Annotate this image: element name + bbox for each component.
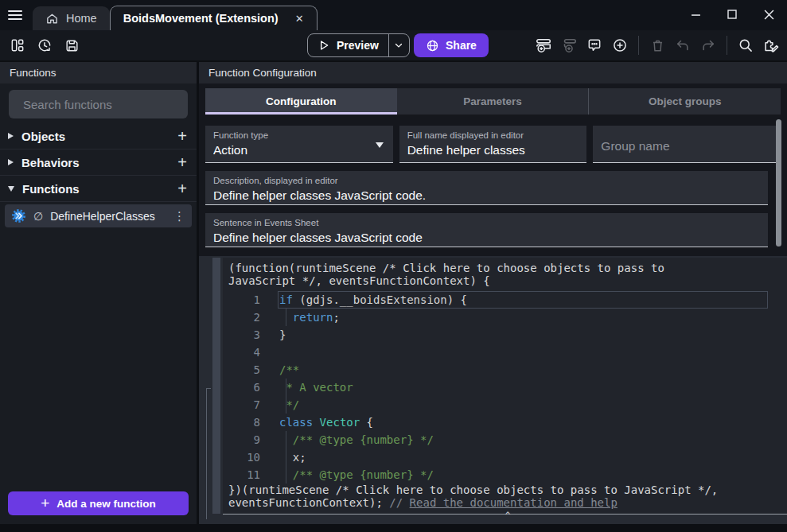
code-line[interactable]: 10 x; xyxy=(228,449,787,466)
js-wrapper-footer-line[interactable]: })(runtimeScene /* Click here to choose … xyxy=(228,483,787,496)
redo-icon xyxy=(700,37,716,53)
code-line[interactable]: 7 */ xyxy=(228,396,787,414)
js-code-editor[interactable]: (function(runtimeScene /* Click here to … xyxy=(223,258,787,515)
choose-event-button[interactable] xyxy=(609,34,631,56)
panel-spacer xyxy=(0,230,197,491)
function-type-select[interactable]: Function type Action xyxy=(205,126,393,163)
minimize-button[interactable] xyxy=(677,0,714,29)
config-panel-title: Function Configuration xyxy=(199,62,787,83)
code-line[interactable]: 3} xyxy=(228,326,787,344)
js-wrapper-header-line[interactable]: (function(runtimeScene /* Click here to … xyxy=(228,262,787,274)
code-line[interactable]: 11 /** @type {number} */ xyxy=(228,466,787,483)
titlebar: Home BoidsMovement (Extension) ✕ xyxy=(0,0,787,30)
item-menu-icon[interactable]: ⋮ xyxy=(173,209,185,223)
group-name-placeholder: Group name xyxy=(601,139,773,153)
events-sheet: (function(runtimeScene /* Click here to … xyxy=(199,256,787,524)
tab-home[interactable]: Home xyxy=(33,6,110,30)
toolbar-divider xyxy=(638,36,639,55)
preview-dropdown-button[interactable] xyxy=(388,34,409,56)
code-line[interactable]: 8class Vector { xyxy=(228,414,787,431)
code-line[interactable]: 5/** xyxy=(228,361,787,379)
js-wrapper-header-line[interactable]: JavaScript */, eventsFunctionContext) { xyxy=(228,274,787,287)
code-line[interactable]: 6 * A vector xyxy=(228,379,787,396)
tab-configuration[interactable]: Configuration xyxy=(205,88,397,115)
chevron-right-icon xyxy=(8,159,14,165)
add-behavior-icon[interactable]: + xyxy=(177,154,187,170)
section-behaviors[interactable]: Behaviors + xyxy=(0,150,197,176)
preview-button[interactable]: Preview xyxy=(307,33,410,57)
code-lines: 1if (gdjs.__boidsExtension) {2 return;3}… xyxy=(228,291,787,483)
add-subevent-button[interactable] xyxy=(558,34,580,56)
line-code: /** @type {number} */ xyxy=(279,468,434,481)
add-new-function-label: Add a new function xyxy=(56,498,156,510)
tab-boidsmovement[interactable]: BoidsMovement (Extension) ✕ xyxy=(110,6,318,30)
full-name-field[interactable]: Full name displayed in editor Define hel… xyxy=(399,126,587,163)
trash-icon xyxy=(650,38,665,53)
add-function-icon[interactable]: + xyxy=(177,181,187,196)
line-code: /** xyxy=(279,363,299,376)
config-row-1: Function type Action Full name displayed… xyxy=(205,126,781,163)
line-code: class Vector { xyxy=(279,416,373,429)
tab-object-groups[interactable]: Object groups xyxy=(588,88,781,115)
version-history-button[interactable] xyxy=(33,34,56,56)
code-line[interactable]: 9 /** @type {number} */ xyxy=(228,431,787,449)
code-line[interactable]: 4 xyxy=(228,344,787,361)
search-functions-input[interactable] xyxy=(23,98,181,111)
tab-parameters[interactable]: Parameters xyxy=(397,88,589,115)
maximize-button[interactable] xyxy=(714,0,750,29)
line-number: 2 xyxy=(228,311,260,324)
js-wrapper-footer-line[interactable]: eventsFunctionContext); // Read the docu… xyxy=(228,496,787,509)
app-window: Home BoidsMovement (Extension) ✕ xyxy=(0,0,787,532)
event-drag-handle[interactable] xyxy=(212,258,220,514)
line-number: 1 xyxy=(228,293,260,306)
sentence-label: Sentence in Events Sheet xyxy=(213,218,760,227)
maximize-icon xyxy=(727,10,737,19)
function-type-label: Function type xyxy=(213,130,385,140)
add-new-function-button[interactable]: + Add a new function xyxy=(8,491,189,515)
tab-boidsmovement-label: BoidsMovement (Extension) xyxy=(123,12,279,25)
main-menu-button[interactable] xyxy=(0,0,30,30)
config-tabs: Configuration Parameters Object groups xyxy=(205,88,781,115)
play-icon xyxy=(318,39,330,52)
tab-close-icon[interactable]: ✕ xyxy=(295,13,304,25)
add-object-icon[interactable]: + xyxy=(177,128,187,144)
documentation-link[interactable]: Read the documentation and help xyxy=(410,496,618,509)
globe-icon xyxy=(426,39,439,52)
delete-button[interactable] xyxy=(646,34,668,56)
section-functions-label: Functions xyxy=(22,182,177,196)
add-event-icon xyxy=(535,37,552,54)
description-field[interactable]: Description, displayed in editor Define … xyxy=(205,171,768,205)
close-icon xyxy=(764,10,774,20)
function-type-value: Action xyxy=(213,143,385,157)
group-name-field[interactable]: Group name xyxy=(593,126,781,163)
line-code: if (gdjs.__boidsExtension) { xyxy=(279,293,467,306)
save-icon xyxy=(64,38,80,53)
close-button[interactable] xyxy=(750,0,787,29)
section-objects[interactable]: Objects + xyxy=(0,123,197,150)
add-event-button[interactable] xyxy=(532,34,555,56)
share-button[interactable]: Share xyxy=(414,33,489,57)
undo-button[interactable] xyxy=(672,34,694,56)
main-area: Functions Objects + Behaviors + Function… xyxy=(0,60,787,532)
sentence-field[interactable]: Sentence in Events Sheet Define helper c… xyxy=(205,213,768,247)
function-item-definehelperclasses[interactable]: ∅ DefineHelperClasses ⋮ xyxy=(5,204,192,227)
expand-caret-icon: ^ xyxy=(228,511,787,522)
subevent-bracket-line xyxy=(206,388,211,519)
save-button[interactable] xyxy=(60,34,83,56)
plus-icon: + xyxy=(41,495,49,512)
add-comment-button[interactable] xyxy=(583,34,606,56)
search-button[interactable] xyxy=(734,34,757,56)
search-functions-box[interactable] xyxy=(9,90,188,118)
line-code: */ xyxy=(279,398,299,411)
line-number: 7 xyxy=(228,398,260,411)
preview-button-main[interactable]: Preview xyxy=(308,34,388,56)
search-icon xyxy=(738,37,754,53)
config-scrollbar-thumb[interactable] xyxy=(776,119,781,247)
code-line[interactable]: 2 return; xyxy=(228,309,787,326)
code-line[interactable]: 1if (gdjs.__boidsExtension) { xyxy=(228,291,787,309)
edit-extension-button[interactable] xyxy=(760,34,782,56)
section-functions[interactable]: Functions + xyxy=(0,176,197,202)
redo-button[interactable] xyxy=(697,34,719,56)
line-number: 4 xyxy=(228,346,260,359)
open-editors-panel-button[interactable] xyxy=(6,34,29,56)
